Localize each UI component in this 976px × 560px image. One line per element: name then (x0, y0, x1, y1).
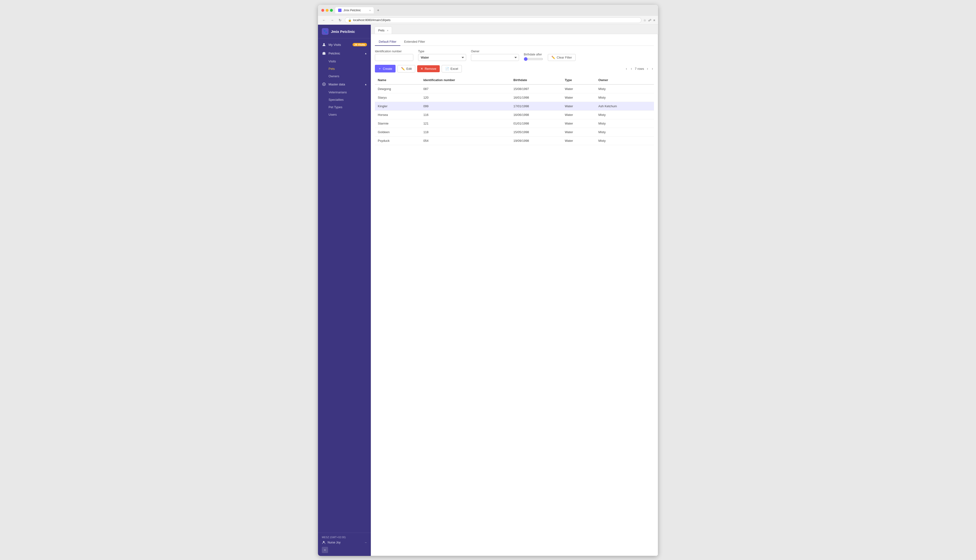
cell-name: Psyduck (375, 137, 421, 145)
birthdate-slider[interactable] (524, 57, 543, 61)
cell-name: Kingler (375, 102, 421, 111)
col-owner: Owner (596, 76, 654, 85)
cell-name: Starmie (375, 119, 421, 128)
sidebar-item-users[interactable]: Users (318, 111, 371, 118)
id-number-input[interactable] (375, 54, 413, 61)
birthdate-filter-field: Birthdate after (524, 53, 543, 61)
browser-tab[interactable]: Jmix Petclinic × (335, 7, 374, 13)
sidebar-item-my-visits[interactable]: My Visits 26 Visits (318, 40, 371, 49)
person-icon (322, 42, 326, 47)
col-id: Identification number (421, 76, 511, 85)
table-header: Name Identification number Birthdate Typ… (375, 76, 654, 85)
cell-id: 121 (421, 119, 511, 128)
type-label: Type (418, 50, 466, 53)
master-data-label: Master data (329, 83, 345, 86)
filter-tabs: Default Filter Extended Filter (375, 38, 654, 46)
app-title: Jmix Petclinic (331, 30, 355, 33)
pets-tab[interactable]: Pets × (374, 27, 392, 34)
table-row[interactable]: Horsea 116 16/06/1998 Water Misty (375, 111, 654, 119)
back-button[interactable]: ← (321, 18, 327, 23)
table-row[interactable]: Staryu 120 16/01/1998 Water Misty (375, 93, 654, 102)
close-window-button[interactable] (321, 9, 324, 12)
browser-titlebar: Jmix Petclinic × + (318, 5, 658, 16)
pets-tab-close[interactable]: × (387, 29, 388, 32)
bookmark-icon[interactable]: ☆ (643, 18, 646, 22)
remove-label: Remove (424, 67, 436, 70)
cell-birthdate: 01/01/1998 (511, 119, 562, 128)
col-type: Type (562, 76, 596, 85)
app-tab-bar: Pets × (371, 25, 658, 34)
col-birthdate: Birthdate (511, 76, 562, 85)
excel-button[interactable]: 📄 Excel (442, 65, 462, 72)
cell-type: Water (562, 128, 596, 137)
clear-filter-button[interactable]: ✏️ Clear Filter (548, 54, 576, 61)
table-row[interactable]: Starmie 121 01/01/1998 Water Misty (375, 119, 654, 128)
cell-birthdate: 16/01/1998 (511, 93, 562, 102)
sidebar-item-specialties[interactable]: Specialties (318, 96, 371, 103)
users-label: Users (329, 113, 337, 117)
minimize-window-button[interactable] (326, 9, 329, 12)
sidebar-item-visits[interactable]: Visits (318, 58, 371, 65)
svg-point-4 (323, 541, 324, 542)
tab-default-filter[interactable]: Default Filter (375, 38, 400, 46)
new-tab-button[interactable]: + (376, 8, 380, 12)
table-row[interactable]: Dewgong 087 15/08/1997 Water Misty (375, 85, 654, 93)
petclinic-icon (322, 51, 326, 55)
first-page-button[interactable]: ‹ (625, 66, 628, 71)
pets-table: Name Identification number Birthdate Typ… (375, 76, 654, 145)
sidebar-item-owners[interactable]: Owners (318, 72, 371, 80)
cell-type: Water (562, 102, 596, 111)
create-icon: ＋ (378, 67, 381, 71)
cell-type: Water (562, 111, 596, 119)
type-select-wrap: Water Fire Grass Electric Psychic Normal (418, 54, 466, 61)
clear-filter-label: Clear Filter (557, 56, 572, 59)
address-bar[interactable]: 🔒 localhost:8080/#main/18/pets (345, 17, 642, 23)
browser-tab-close[interactable]: × (369, 9, 371, 12)
cell-birthdate: 17/01/1998 (511, 102, 562, 111)
prev-page-button[interactable]: ‹ (630, 66, 633, 71)
id-number-label: Identification number (375, 50, 413, 53)
create-button[interactable]: ＋ Create (375, 65, 396, 72)
remove-button[interactable]: ✕ Remove (417, 65, 440, 72)
owner-filter-field: Owner (471, 50, 519, 61)
sidebar-footer: MESZ (GMT+02:00) Nurse Joy → < (318, 533, 371, 556)
browser-window: Jmix Petclinic × + ← → ↻ 🔒 localhost:808… (318, 5, 658, 556)
last-page-button[interactable]: › (651, 66, 654, 71)
sidebar-item-pet-types[interactable]: Pet Types (318, 103, 371, 111)
table-row[interactable]: Kingler 099 17/01/1998 Water Ash Ketchum (375, 102, 654, 111)
cell-owner: Misty (596, 111, 654, 119)
type-select[interactable]: Water Fire Grass Electric Psychic Normal (418, 54, 466, 61)
forward-button[interactable]: → (329, 18, 335, 23)
browser-tab-title: Jmix Petclinic (343, 8, 361, 12)
next-page-button[interactable]: › (646, 66, 649, 71)
type-filter-field: Type Water Fire Grass Electric Psychic N… (418, 50, 466, 61)
cell-name: Goldeen (375, 128, 421, 137)
veterinarians-label: Veterinarians (329, 90, 347, 94)
table-row[interactable]: Goldeen 118 15/05/1998 Water Misty (375, 128, 654, 137)
owner-select[interactable] (471, 54, 519, 61)
sidebar-item-pets[interactable]: Pets (318, 65, 371, 72)
tab-extended-filter[interactable]: Extended Filter (400, 38, 429, 46)
app-logo-icon: 🐾 (322, 28, 329, 35)
edit-button[interactable]: ✏️ Edit (398, 65, 415, 72)
excel-icon: 📄 (445, 67, 449, 70)
cell-type: Water (562, 85, 596, 93)
table-header-row: Name Identification number Birthdate Typ… (375, 76, 654, 85)
sidebar-group-master-data[interactable]: Master data ▲ (318, 80, 371, 88)
menu-icon[interactable]: ≡ (653, 18, 655, 22)
petclinic-chevron-icon: ▲ (364, 52, 367, 55)
owner-label: Owner (471, 50, 519, 53)
master-data-icon (322, 82, 326, 87)
sidebar-item-veterinarians[interactable]: Veterinarians (318, 88, 371, 96)
my-visits-label: My Visits (329, 43, 341, 47)
cell-type: Water (562, 93, 596, 102)
user-info[interactable]: Nurse Joy → (322, 540, 367, 544)
sidebar-group-petclinic[interactable]: Petclinic ▲ (318, 49, 371, 58)
sidebar-collapse-button[interactable]: < (322, 547, 328, 553)
reload-button[interactable]: ↻ (337, 18, 343, 23)
maximize-window-button[interactable] (330, 9, 333, 12)
cell-id: 116 (421, 111, 511, 119)
table-row[interactable]: Psyduck 054 19/09/1998 Water Misty (375, 137, 654, 145)
cell-name: Staryu (375, 93, 421, 102)
svg-point-0 (323, 43, 325, 45)
